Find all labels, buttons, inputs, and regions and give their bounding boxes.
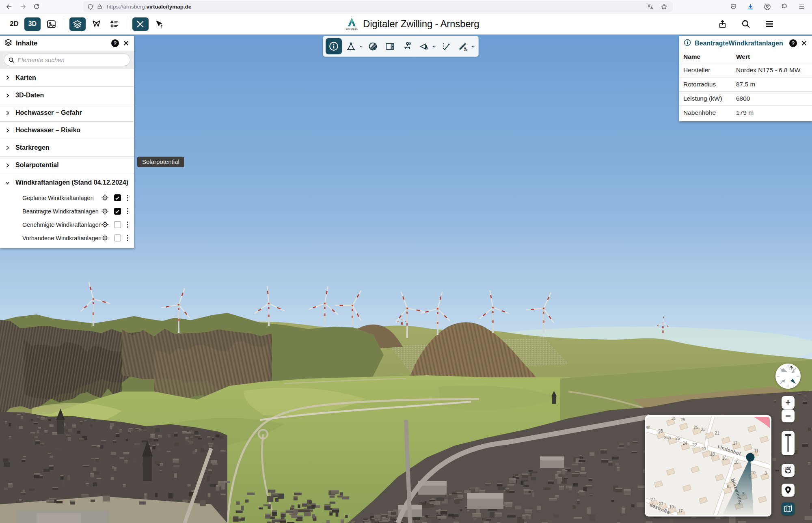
search-icon[interactable] [739, 17, 753, 31]
layer-item[interactable]: Vorhandene Windkraftanlagen [0, 231, 134, 245]
map-toolbar: 2D [323, 36, 479, 57]
house-number: 26 [675, 436, 680, 441]
draw-2d-chevron[interactable] [470, 38, 476, 54]
house-number: 11 [754, 449, 759, 453]
layer-item[interactable]: Beantragte Windkraftanlagen [0, 204, 134, 218]
account-icon[interactable] [762, 1, 773, 13]
layer-item[interactable]: Genehmigte Windkraftanlagen [0, 218, 134, 231]
overview-map-button[interactable] [782, 502, 795, 515]
pedestrian-tool-button[interactable] [399, 38, 415, 54]
share-icon[interactable] [715, 17, 729, 31]
layer-checkbox[interactable] [114, 235, 121, 241]
column-header: Wert [732, 51, 812, 63]
menu-icon[interactable] [796, 1, 807, 13]
attribute-row: HerstellerNordex N175 - 6.8 MW [679, 63, 812, 77]
zoom-out-button[interactable]: − [782, 409, 795, 422]
layer-item[interactable]: Geplante Windkraftanlagen [0, 191, 134, 204]
flight-tool-button[interactable] [416, 38, 432, 54]
info-tool-button[interactable] [326, 38, 342, 54]
house-number: 31 [671, 417, 676, 421]
draw-tool-button[interactable] [343, 38, 359, 54]
view-3d-button[interactable]: 3D [24, 17, 41, 31]
house-number: 24 [682, 441, 687, 446]
forward-button[interactable] [17, 1, 28, 12]
house-number: 29 [680, 418, 685, 422]
search-icon [8, 57, 15, 63]
sidebar-section[interactable]: Hochwasser – Gefahr [0, 104, 134, 121]
zoom-to-layer-icon[interactable] [101, 221, 109, 228]
zoom-to-layer-icon[interactable] [101, 194, 109, 202]
flight-tool-chevron[interactable] [431, 38, 437, 54]
house-number: 26a [664, 435, 671, 440]
screenshot-icon[interactable] [45, 17, 58, 31]
lock-icon[interactable] [96, 1, 103, 13]
sidebar-section[interactable]: Hochwasser – Risiko [0, 121, 134, 139]
sidebar-section[interactable]: 3D-Daten [0, 86, 134, 104]
shield-icon[interactable] [86, 1, 94, 13]
house-number: 18 [710, 452, 715, 456]
layer-menu-icon[interactable] [126, 221, 130, 229]
app-header: 2D 3D ARNSBERG Digitaler Zwilling - Arns… [0, 13, 812, 34]
map-3d-view[interactable]: Inhalte ? Elemente suchen Karten3D-Daten… [0, 34, 812, 523]
reload-button[interactable] [31, 1, 42, 12]
overview-map[interactable]: 31292523212826a2624222018161711101088654… [645, 415, 771, 517]
help-icon[interactable]: ? [111, 39, 119, 47]
attribute-row: Rotorradius87,5 m [679, 77, 812, 92]
house-number: 23 [701, 427, 706, 432]
layers-button[interactable] [69, 17, 86, 31]
extension-icon[interactable] [779, 1, 790, 13]
back-button[interactable] [3, 1, 15, 12]
tilt-slider[interactable] [782, 431, 795, 455]
translate-icon[interactable] [644, 1, 656, 13]
layer-menu-icon[interactable] [126, 194, 130, 202]
pointer-flash-icon[interactable] [153, 17, 166, 31]
svg-text:2D: 2D [464, 48, 467, 51]
tools-button[interactable] [132, 17, 149, 31]
split-view-button[interactable] [382, 38, 398, 54]
zoom-to-layer-icon[interactable] [101, 234, 109, 242]
search-input[interactable]: Elemente suchen [4, 54, 130, 66]
legend-icon[interactable] [108, 17, 121, 31]
oblique-view-icon[interactable] [90, 17, 104, 31]
pocket-icon[interactable] [728, 1, 739, 13]
zoom-to-layer-icon[interactable] [101, 207, 109, 215]
home-location-button[interactable] [782, 484, 795, 497]
arnsberg-logo: ARNSBERG [346, 17, 357, 30]
download-icon[interactable] [745, 1, 756, 13]
view-2d-button[interactable]: 2D [8, 20, 20, 28]
sidebar-section-windkraftanlagen[interactable]: Windkraftanlagen (Stand 04.12.2024) [0, 174, 134, 191]
layer-checkbox[interactable] [114, 194, 121, 201]
rotate-360-button[interactable]: 360° [782, 464, 795, 477]
zoom-in-button[interactable]: + [782, 396, 795, 409]
chevron-right-icon [5, 145, 10, 151]
draw-tool-chevron[interactable] [358, 38, 364, 54]
sidebar-section[interactable]: Solarpotential [0, 156, 134, 174]
layer-checkbox[interactable] [114, 208, 121, 215]
measure-tool-button[interactable] [438, 38, 454, 54]
layer-menu-icon[interactable] [126, 234, 130, 242]
draw-2d-tool-button[interactable]: 2D [455, 38, 471, 54]
attributes-table: Name Wert HerstellerNordex N175 - 6.8 MW… [679, 51, 812, 120]
chevron-right-icon [5, 163, 10, 168]
house-number: 17 [733, 441, 738, 446]
url-bar[interactable]: https://arnsberg.virtualcitymap.de [83, 1, 673, 12]
app-menu-icon[interactable] [762, 17, 776, 31]
house-number: 10 [734, 460, 739, 465]
panel-title: Inhalte [16, 39, 108, 47]
layer-checkbox[interactable] [114, 221, 121, 228]
chevron-right-icon [5, 75, 10, 80]
compass[interactable]: N [775, 363, 801, 391]
house-number: 30 [646, 426, 650, 430]
info-icon [683, 39, 691, 48]
layer-menu-icon[interactable] [126, 207, 130, 215]
bookmark-star-icon[interactable] [658, 1, 669, 13]
help-icon[interactable]: ? [789, 39, 797, 47]
tooltip: Solarpotential [137, 157, 184, 167]
shadow-tool-button[interactable] [365, 38, 381, 54]
sidebar-section[interactable]: Karten [0, 69, 134, 86]
close-icon[interactable] [800, 40, 808, 46]
house-number: 10 [751, 471, 756, 475]
close-icon[interactable] [122, 40, 130, 46]
house-number: 22 [692, 443, 697, 447]
sidebar-section[interactable]: Starkregen [0, 139, 134, 156]
